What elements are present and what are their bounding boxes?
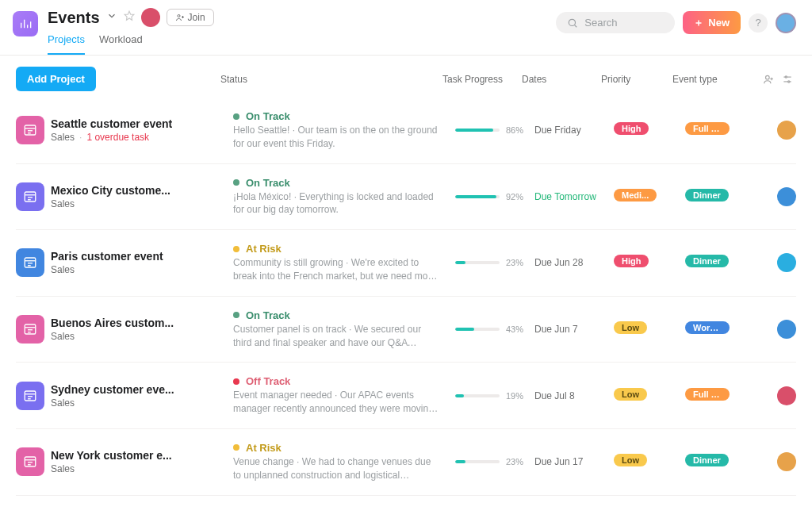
tab-workload[interactable]: Workload xyxy=(99,33,143,55)
owner-avatar xyxy=(777,121,796,140)
status-dot-icon xyxy=(233,179,239,186)
priority-cell[interactable]: Low xyxy=(614,454,685,470)
priority-cell[interactable]: High xyxy=(614,122,685,138)
project-icon xyxy=(16,447,44,476)
status-cell[interactable]: Off TrackEvent manager needed · Our APAC… xyxy=(233,375,455,416)
status-cell[interactable]: On TrackHello Seattle! · Our team is on … xyxy=(233,110,455,151)
add-project-button[interactable]: Add Project xyxy=(16,67,96,91)
status-label: On Track xyxy=(246,110,290,122)
owner-cell[interactable] xyxy=(764,187,796,206)
project-row[interactable]: Mexico City custome...SalesOn Track¡Hola… xyxy=(16,164,796,231)
event-type-cell[interactable]: Work... xyxy=(685,321,764,337)
progress-bar xyxy=(455,195,500,198)
status-note: Customer panel is on track · We secured … xyxy=(233,323,439,350)
priority-pill: Low xyxy=(614,321,647,334)
event-type-cell[interactable]: Dinner xyxy=(685,189,764,205)
page-title: Events xyxy=(48,9,100,27)
project-icon xyxy=(16,315,44,344)
project-subtitle: Sales xyxy=(51,331,233,342)
owner-avatar xyxy=(777,187,796,206)
project-name: Seattle customer event xyxy=(51,117,217,130)
owner-cell[interactable] xyxy=(764,452,796,471)
status-dot-icon xyxy=(233,246,239,252)
status-cell[interactable]: On Track¡Hola México! · Everything is lo… xyxy=(233,177,455,217)
status-cell[interactable]: At RiskCommunity is still growing · We'r… xyxy=(233,243,455,283)
event-type-cell[interactable]: Dinner xyxy=(685,255,764,271)
date-cell[interactable]: Due Tomorrow xyxy=(534,191,614,202)
owner-cell[interactable] xyxy=(764,386,796,405)
help-button[interactable]: ? xyxy=(749,13,768,33)
svg-point-6 xyxy=(766,75,770,79)
event-type-pill: Full d... xyxy=(685,122,730,135)
project-name: Paris customer event xyxy=(51,250,217,263)
col-status[interactable]: Status xyxy=(217,74,439,85)
project-icon xyxy=(16,116,44,144)
col-event-type[interactable]: Event type xyxy=(669,74,749,85)
project-row[interactable]: Seattle customer eventSales·1 overdue ta… xyxy=(16,98,796,164)
member-avatar[interactable] xyxy=(141,8,160,27)
priority-cell[interactable]: Low xyxy=(614,321,685,337)
project-name: Buenos Aires custom... xyxy=(51,317,217,329)
status-note: Venue change · We had to change venues d… xyxy=(233,455,439,482)
project-icon xyxy=(16,248,44,277)
owner-cell[interactable] xyxy=(764,253,796,272)
date-cell[interactable]: Due Jun 7 xyxy=(534,324,614,335)
project-title-cell: Mexico City custome...Sales xyxy=(51,184,233,209)
col-priority[interactable]: Priority xyxy=(598,74,669,85)
project-name: Mexico City custome... xyxy=(51,184,217,197)
priority-cell[interactable]: Medi... xyxy=(614,189,685,205)
tab-projects[interactable]: Projects xyxy=(48,33,85,55)
priority-pill: Low xyxy=(614,388,647,401)
date-cell[interactable]: Due Jun 17 xyxy=(534,456,614,467)
progress-cell: 23% xyxy=(455,258,534,267)
progress-percent: 43% xyxy=(506,324,523,334)
project-subtitle: Sales·1 overdue task xyxy=(51,132,233,143)
status-dot-icon xyxy=(233,312,239,318)
event-type-cell[interactable]: Dinner xyxy=(685,454,764,470)
progress-cell: 43% xyxy=(455,324,534,334)
new-button[interactable]: New xyxy=(683,11,741,34)
project-row[interactable]: Paris customer eventSalesAt RiskCommunit… xyxy=(16,230,796,297)
owner-cell[interactable] xyxy=(764,121,796,140)
customize-icon[interactable] xyxy=(782,74,793,85)
col-task-progress[interactable]: Task Progress xyxy=(439,74,519,85)
tabs: Projects Workload xyxy=(48,33,214,55)
title-menu-chevron-icon[interactable] xyxy=(106,10,117,25)
add-member-icon[interactable] xyxy=(763,74,774,85)
date-cell[interactable]: Due Jun 28 xyxy=(534,257,614,268)
project-title-cell: Seattle customer eventSales·1 overdue ta… xyxy=(51,117,233,143)
status-dot-icon xyxy=(233,444,239,451)
favorite-star-icon[interactable] xyxy=(124,10,135,25)
owner-cell[interactable] xyxy=(764,320,796,339)
current-user-avatar[interactable] xyxy=(776,13,796,33)
project-row[interactable]: Buenos Aires custom...SalesOn TrackCusto… xyxy=(16,297,796,363)
status-label: At Risk xyxy=(246,442,282,454)
status-dot-icon xyxy=(233,113,239,120)
project-subtitle: Sales xyxy=(51,198,233,209)
header-right: Search New ? xyxy=(556,11,796,34)
event-type-cell[interactable]: Full d... xyxy=(685,388,764,404)
priority-cell[interactable]: High xyxy=(614,255,685,271)
project-subtitle: Sales xyxy=(51,397,233,409)
title-block: Events Join Projects Workload xyxy=(48,8,214,55)
join-button[interactable]: Join xyxy=(167,9,214,26)
progress-percent: 23% xyxy=(506,457,523,466)
date-cell[interactable]: Due Jul 8 xyxy=(534,390,614,401)
project-list: Seattle customer eventSales·1 overdue ta… xyxy=(0,98,812,496)
col-dates[interactable]: Dates xyxy=(519,74,598,85)
date-cell[interactable]: Due Friday xyxy=(534,125,614,136)
status-note: Hello Seattle! · Our team is on the on t… xyxy=(233,124,439,151)
status-dot-icon xyxy=(233,378,239,385)
priority-cell[interactable]: Low xyxy=(614,388,685,404)
svg-point-2 xyxy=(569,19,576,25)
priority-pill: Medi... xyxy=(614,189,657,202)
project-row[interactable]: Sydney customer eve...SalesOff TrackEven… xyxy=(16,363,796,429)
status-cell[interactable]: At RiskVenue change · We had to change v… xyxy=(233,442,455,482)
event-type-pill: Dinner xyxy=(685,255,729,267)
project-row[interactable]: New York customer e...SalesAt RiskVenue … xyxy=(16,429,796,496)
svg-line-3 xyxy=(575,25,577,27)
event-type-cell[interactable]: Full d... xyxy=(685,122,764,138)
search-input[interactable]: Search xyxy=(556,12,675,33)
progress-cell: 92% xyxy=(455,192,534,202)
status-cell[interactable]: On TrackCustomer panel is on track · We … xyxy=(233,309,455,350)
